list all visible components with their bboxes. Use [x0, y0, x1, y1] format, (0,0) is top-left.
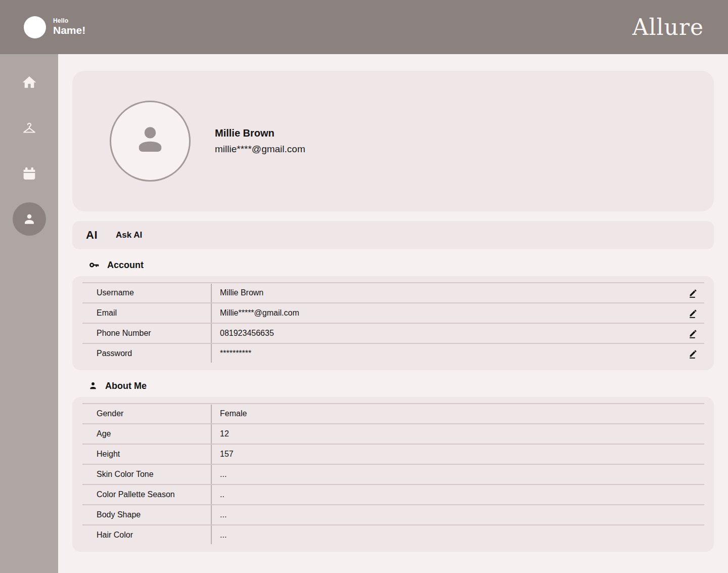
sidebar-nav: [0, 54, 58, 573]
row-label: Age: [72, 429, 211, 438]
account-title: Account: [107, 260, 144, 271]
about-me-table: GenderFemaleAge12Height157Skin Color Ton…: [72, 397, 714, 552]
row-value: Millie Brown: [211, 288, 263, 297]
top-header: Hello Name! Allure: [0, 0, 728, 54]
about-me-title: About Me: [105, 381, 147, 391]
person-icon: [87, 380, 99, 391]
row-value: Millie*****@gmail.com: [211, 308, 299, 318]
row-label: Body Shape: [72, 510, 211, 519]
profile-avatar: [110, 101, 191, 182]
calendar-icon: [21, 165, 37, 182]
row-label: Hair Color: [72, 531, 211, 540]
main-content: Millie Brown millie****@gmail.com AI Ask…: [58, 54, 728, 573]
row-value: Female: [211, 409, 247, 418]
profile-email: millie****@gmail.com: [215, 144, 305, 155]
row-label: Username: [72, 288, 211, 297]
person-icon: [22, 211, 37, 227]
sidebar-item-home[interactable]: [13, 66, 46, 99]
ask-ai-bar[interactable]: AI Ask AI: [72, 221, 714, 249]
row-label: Phone Number: [72, 329, 211, 338]
row-label: Skin Color Tone: [72, 470, 211, 479]
row-value: 12: [211, 429, 229, 438]
app-window: Hello Name! Allure: [0, 0, 728, 573]
table-row: Age12: [72, 424, 714, 444]
table-row: Skin Color Tone...: [72, 464, 714, 484]
edit-icon[interactable]: [688, 328, 699, 339]
key-icon: [87, 258, 101, 272]
table-row: Phone Number081923456635: [72, 323, 714, 343]
table-row: UsernameMillie Brown: [72, 283, 714, 303]
edit-icon[interactable]: [688, 307, 699, 319]
table-row: EmailMillie*****@gmail.com: [72, 303, 714, 323]
row-label: Color Pallette Season: [72, 490, 211, 499]
greeting-hello: Hello: [53, 18, 85, 25]
account-table: UsernameMillie BrownEmailMillie*****@gma…: [72, 276, 714, 370]
profile-name: Millie Brown: [215, 127, 305, 139]
sidebar-item-profile[interactable]: [13, 202, 46, 236]
profile-card: Millie Brown millie****@gmail.com: [72, 71, 714, 211]
row-value: 081923456635: [211, 329, 274, 338]
row-value: 157: [211, 450, 234, 459]
allure-logo: Allure: [632, 16, 704, 38]
row-label: Password: [72, 349, 211, 358]
user-greeting-block: Hello Name!: [24, 16, 85, 38]
edit-icon[interactable]: [688, 287, 699, 298]
person-placeholder-icon: [127, 117, 173, 165]
greeting-name: Name!: [53, 24, 85, 36]
row-value: ...: [211, 470, 226, 479]
row-label: Gender: [72, 409, 211, 418]
edit-icon[interactable]: [688, 348, 699, 359]
greeting-text: Hello Name!: [53, 18, 85, 37]
row-value: **********: [211, 349, 251, 358]
ai-icon: AI: [86, 229, 98, 242]
table-row: GenderFemale: [72, 404, 714, 424]
table-row: Body Shape...: [72, 505, 714, 525]
row-value: ...: [211, 510, 226, 519]
sidebar-item-wardrobe[interactable]: [13, 111, 46, 145]
profile-identity: Millie Brown millie****@gmail.com: [215, 127, 305, 155]
table-row: Password**********: [72, 343, 714, 364]
hanger-icon: [21, 119, 38, 137]
home-icon: [21, 74, 37, 91]
table-row: Color Pallette Season..: [72, 484, 714, 505]
header-avatar[interactable]: [24, 16, 46, 38]
row-label: Email: [72, 308, 211, 318]
ask-ai-label: Ask AI: [116, 230, 142, 240]
table-row: Hair Color...: [72, 525, 714, 545]
about-me-section-heading: About Me: [87, 378, 714, 393]
row-value: ...: [211, 531, 226, 540]
table-row: Height157: [72, 444, 714, 464]
row-value: ..: [211, 490, 224, 499]
sidebar-item-calendar[interactable]: [13, 157, 46, 190]
row-label: Height: [72, 450, 211, 459]
account-section-heading: Account: [87, 257, 714, 273]
